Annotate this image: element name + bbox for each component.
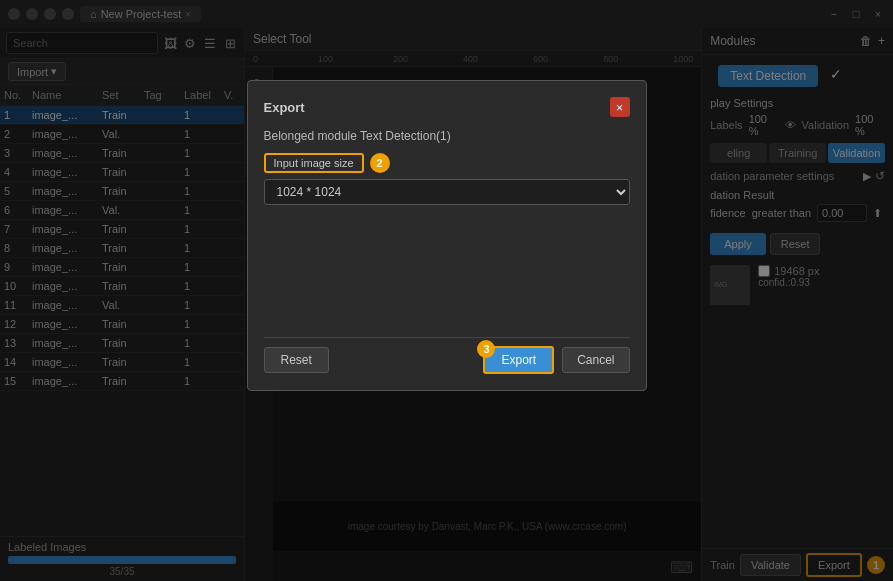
modal-export-label: Export — [501, 353, 536, 367]
modal-title-bar: Export × — [264, 97, 630, 117]
modal-export-button[interactable]: 3 Export — [483, 346, 554, 374]
modal-title: Export — [264, 100, 305, 115]
modal-overlay: Export × Belonged module Text Detection(… — [0, 0, 893, 581]
modal-spacer — [264, 217, 630, 337]
modal-reset-button[interactable]: Reset — [264, 347, 329, 373]
export-badge-3: 3 — [477, 340, 495, 358]
modal-module-info: Belonged module Text Detection(1) — [264, 129, 630, 143]
modal-field-label-row: Input image size 2 — [264, 153, 630, 173]
modal-actions: Reset 3 Export Cancel — [264, 337, 630, 374]
modal-close-button[interactable]: × — [610, 97, 630, 117]
image-size-select[interactable]: 1024 * 1024 512 * 512 256 * 256 — [264, 179, 630, 205]
modal-cancel-button[interactable]: Cancel — [562, 347, 629, 373]
modal-right-btns: 3 Export Cancel — [483, 346, 629, 374]
input-image-size-label: Input image size — [264, 153, 364, 173]
export-modal: Export × Belonged module Text Detection(… — [247, 80, 647, 391]
field-badge-2: 2 — [370, 153, 390, 173]
